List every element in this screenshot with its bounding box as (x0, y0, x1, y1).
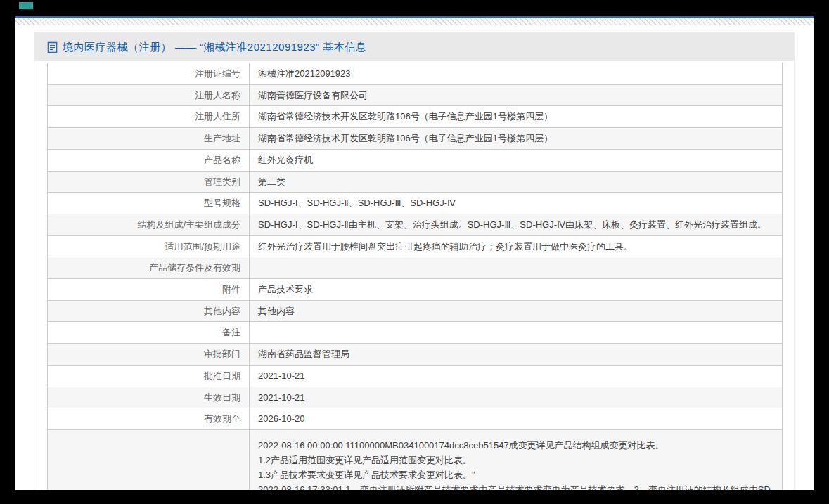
table-row-change-history: 2022-08-16 00:00:00 11100000MB0341000174… (48, 429, 783, 490)
table-row: 生效日期 2021-10-21 (48, 387, 783, 408)
page-viewport: 境内医疗器械（注册） —— “湘械注准20212091923” 基本信息 注册证… (15, 16, 814, 490)
field-value: 湘械注准20212091923 (250, 63, 783, 85)
field-label: 适用范围/预期用途 (48, 235, 250, 257)
field-label: 有效期至 (48, 408, 250, 430)
field-label: 注册人住所 (48, 106, 250, 128)
document-icon (47, 41, 58, 53)
field-label: 其他内容 (48, 300, 250, 322)
field-value: 2021-10-21 (250, 365, 783, 387)
table-row: 其他内容 其他内容 (48, 300, 783, 322)
table-row: 生产地址 湖南省常德经济技术开发区乾明路106号（电子信息产业园1号楼第四层） (48, 128, 783, 150)
field-label: 生效日期 (48, 387, 250, 408)
table-row: 结构及组成/主要组成成分 SD-HGJ-Ⅰ、SD-HGJ-Ⅱ由主机、支架、治疗头… (48, 214, 783, 235)
field-label: 管理类别 (48, 171, 250, 193)
field-label: 型号规格 (48, 193, 250, 214)
change-history-line: 2022-08-16 17:33:01 1、变更注册证所附产品技术要求由产品技术… (258, 482, 773, 490)
field-value (250, 257, 783, 279)
teal-corner-mark (19, 2, 33, 9)
field-value (250, 322, 783, 344)
table-row: 批准日期 2021-10-21 (48, 365, 783, 387)
field-label: 结构及组成/主要组成成分 (48, 214, 250, 235)
field-label: 备注 (48, 322, 250, 344)
table-row: 产品储存条件及有效期 (48, 257, 783, 279)
table-row: 型号规格 SD-HGJ-Ⅰ、SD-HGJ-Ⅱ、SD-HGJ-Ⅲ、SD-HGJ-Ⅳ (48, 193, 783, 214)
table-row: 管理类别 第二类 (48, 171, 783, 193)
change-history-line: 2022-08-16 00:00:00 11100000MB0341000174… (258, 438, 773, 453)
field-label: 生产地址 (48, 128, 250, 150)
field-value: 湖南善德医疗设备有限公司 (250, 84, 783, 106)
table-area: 注册证编号 湘械注准20212091923 注册人名称 湖南善德医疗设备有限公司… (34, 61, 794, 490)
field-label: 附件 (48, 279, 250, 301)
field-value: 第二类 (250, 171, 783, 193)
field-value: 红外光治疗装置用于腰椎间盘突出症引起疼痛的辅助治疗；灸疗装置用于做中医灸疗的工具… (250, 235, 783, 257)
hatched-texture-strip (15, 18, 814, 25)
window-frame: 境内医疗器械（注册） —— “湘械注准20212091923” 基本信息 注册证… (0, 0, 829, 504)
field-label: 产品储存条件及有效期 (48, 257, 250, 279)
registration-info-card: 境内医疗器械（注册） —— “湘械注准20212091923” 基本信息 注册证… (34, 32, 795, 490)
card-header: 境内医疗器械（注册） —— “湘械注准20212091923” 基本信息 (34, 33, 794, 61)
table-row: 注册证编号 湘械注准20212091923 (48, 63, 783, 85)
table-row: 备注 (48, 322, 783, 344)
page-title: 境内医疗器械（注册） —— “湘械注准20212091923” 基本信息 (63, 41, 366, 54)
change-history-line: 1.3产品技术要求变更详见产品技术要求变更对比表。” (258, 467, 773, 482)
field-label: 产品名称 (48, 149, 250, 171)
table-row: 产品名称 红外光灸疗机 (48, 149, 783, 171)
field-value: 2021-10-21 (250, 387, 783, 408)
field-label (48, 429, 250, 490)
field-value: 红外光灸疗机 (250, 149, 783, 171)
table-row: 注册人住所 湖南省常德经济技术开发区乾明路106号（电子信息产业园1号楼第四层） (48, 106, 783, 128)
field-value: 2026-10-20 (250, 408, 783, 430)
table-row: 审批部门 湖南省药品监督管理局 (48, 344, 783, 366)
field-value: SD-HGJ-Ⅰ、SD-HGJ-Ⅱ、SD-HGJ-Ⅲ、SD-HGJ-Ⅳ (250, 193, 783, 214)
field-value: 湖南省常德经济技术开发区乾明路106号（电子信息产业园1号楼第四层） (250, 128, 783, 150)
table-row: 适用范围/预期用途 红外光治疗装置用于腰椎间盘突出症引起疼痛的辅助治疗；灸疗装置… (48, 235, 783, 257)
field-value: 其他内容 (250, 300, 783, 322)
table-row: 注册人名称 湖南善德医疗设备有限公司 (48, 84, 783, 106)
field-label: 注册人名称 (48, 84, 250, 106)
field-value: 产品技术要求 (250, 279, 783, 301)
field-value: 湖南省药品监督管理局 (250, 344, 783, 366)
field-value: 2022-08-16 00:00:00 11100000MB0341000174… (250, 429, 783, 490)
field-label: 注册证编号 (48, 63, 250, 85)
table-row: 附件 产品技术要求 (48, 279, 783, 301)
registration-info-table: 注册证编号 湘械注准20212091923 注册人名称 湖南善德医疗设备有限公司… (47, 63, 783, 490)
field-value: 湖南省常德经济技术开发区乾明路106号（电子信息产业园1号楼第四层） (250, 106, 783, 128)
change-history-line: 1.2产品适用范围变更详见产品适用范围变更对比表。 (258, 453, 773, 467)
field-label: 批准日期 (48, 365, 250, 387)
field-label: 审批部门 (48, 344, 250, 366)
table-row: 有效期至 2026-10-20 (48, 408, 783, 430)
field-value: SD-HGJ-Ⅰ、SD-HGJ-Ⅱ由主机、支架、治疗头组成。SD-HGJ-Ⅲ、S… (250, 214, 783, 235)
